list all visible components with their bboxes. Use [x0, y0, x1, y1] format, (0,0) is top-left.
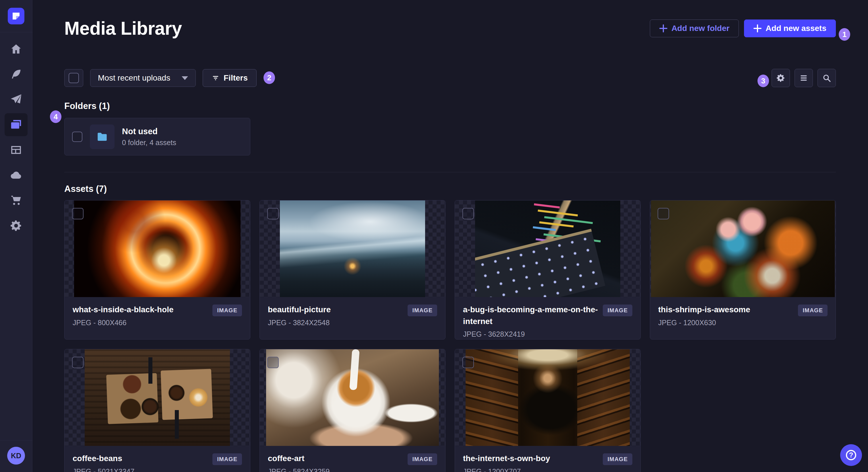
asset-name: coffee-art	[268, 453, 403, 465]
asset-name: this-shrimp-is-awesome	[658, 304, 794, 316]
asset-card[interactable]: coffee-art JPEG - 5824X3259 IMAGE	[259, 349, 445, 472]
asset-card[interactable]: the-internet-s-own-boy JPEG - 1200X707 I…	[455, 349, 641, 472]
sidebar-item-home[interactable]	[5, 38, 28, 61]
asset-meta: JPEG - 5824X3259	[268, 467, 403, 472]
view-settings-button[interactable]	[772, 69, 790, 87]
asset-thumbnail	[260, 349, 445, 446]
asset-meta: JPEG - 3824X2548	[268, 318, 403, 327]
asset-type-badge: IMAGE	[212, 453, 242, 465]
paper-plane-icon	[10, 93, 22, 106]
sidebar-footer: KD	[0, 440, 32, 472]
annotation-badge-1: 1	[839, 28, 850, 41]
asset-thumbnail	[455, 200, 640, 297]
strapi-logo-icon[interactable]	[8, 8, 24, 24]
sidebar-item-releases[interactable]	[5, 88, 28, 111]
gear-icon	[10, 220, 22, 232]
asset-info: what-s-inside-a-black-hole JPEG - 800X46…	[65, 297, 250, 334]
asset-meta: JPEG - 1200X630	[658, 318, 794, 327]
asset-checkbox[interactable]	[658, 208, 669, 220]
sidebar: KD	[0, 0, 32, 472]
media-library-icon	[10, 119, 22, 131]
asset-checkbox[interactable]	[462, 357, 474, 368]
select-all-checkbox[interactable]	[64, 69, 83, 87]
toolbar: Most recent uploads Filters	[64, 69, 836, 87]
toolbar-left: Most recent uploads Filters	[64, 69, 257, 87]
asset-checkbox[interactable]	[267, 357, 279, 368]
coffee-art-photo	[266, 349, 439, 446]
plus-icon	[753, 24, 762, 32]
sidebar-item-deploy[interactable]	[5, 164, 28, 187]
search-button[interactable]	[817, 69, 836, 87]
filters-button[interactable]: Filters	[203, 69, 257, 87]
asset-name: what-s-inside-a-black-hole	[73, 304, 208, 316]
add-new-assets-label: Add new assets	[766, 24, 826, 33]
add-new-folder-label: Add new folder	[671, 24, 730, 33]
asset-name: a-bug-is-becoming-a-meme-on-the-internet	[463, 304, 598, 327]
annotation-badge-3: 3	[757, 74, 769, 87]
asset-type-badge: IMAGE	[408, 305, 437, 316]
asset-type-badge: IMAGE	[408, 453, 437, 465]
plus-icon	[659, 24, 668, 32]
asset-type-badge: IMAGE	[603, 305, 632, 316]
sort-dropdown[interactable]: Most recent uploads	[90, 69, 196, 87]
asset-card[interactable]: coffee-beans JPEG - 5021X3347 IMAGE	[64, 349, 250, 472]
asset-info: beautiful-picture JPEG - 3824X2548 IMAGE	[260, 297, 445, 334]
feather-icon	[10, 68, 22, 80]
checkbox-icon	[69, 73, 79, 83]
asset-card[interactable]: this-shrimp-is-awesome JPEG - 1200X630 I…	[650, 200, 836, 339]
add-new-assets-button[interactable]: Add new assets	[744, 20, 836, 37]
asset-checkbox[interactable]	[267, 208, 279, 220]
filters-label: Filters	[224, 73, 248, 82]
toolbar-right	[772, 69, 836, 87]
sidebar-item-content-type-builder[interactable]	[5, 138, 28, 162]
folder-meta: 0 folder, 4 assets	[122, 138, 176, 147]
folders-section-title: Folders (1)	[64, 101, 110, 111]
folder-icon	[96, 131, 108, 143]
section-divider	[64, 172, 836, 172]
asset-info: a-bug-is-becoming-a-meme-on-the-internet…	[455, 297, 640, 339]
search-icon	[822, 73, 831, 82]
logo-container	[0, 0, 32, 32]
asset-info: the-internet-s-own-boy JPEG - 1200X707 I…	[455, 446, 640, 472]
sidebar-item-media-library[interactable]	[5, 113, 28, 136]
cart-icon	[10, 194, 22, 207]
asset-meta: JPEG - 800X466	[73, 318, 208, 327]
sidebar-item-settings[interactable]	[5, 214, 28, 237]
help-button[interactable]: ?	[840, 444, 862, 466]
folder-text: Not used 0 folder, 4 assets	[122, 127, 176, 147]
asset-thumbnail	[260, 200, 445, 297]
page-title: Media Library	[64, 18, 182, 39]
user-avatar[interactable]: KD	[7, 447, 25, 465]
folder-checkbox[interactable]	[72, 132, 82, 142]
laptop-code-photo	[475, 200, 620, 297]
add-new-folder-button[interactable]: Add new folder	[650, 20, 739, 37]
asset-thumbnail	[650, 200, 836, 297]
asset-meta: JPEG - 5021X3347	[73, 467, 208, 472]
filter-icon	[212, 74, 220, 82]
asset-type-badge: IMAGE	[798, 305, 828, 316]
annotation-badge-2: 2	[264, 71, 275, 84]
page-header: Media Library Add new folder Add new ass…	[64, 18, 836, 39]
asset-type-badge: IMAGE	[212, 305, 242, 316]
strapi-glyph-icon	[10, 10, 22, 22]
home-icon	[10, 43, 22, 55]
shrimp-photo	[651, 200, 835, 297]
asset-card[interactable]: a-bug-is-becoming-a-meme-on-the-internet…	[455, 200, 641, 339]
asset-thumbnail	[65, 200, 250, 297]
list-view-button[interactable]	[795, 69, 813, 87]
asset-card[interactable]: what-s-inside-a-black-hole JPEG - 800X46…	[64, 200, 250, 339]
cloud-icon	[10, 169, 22, 181]
asset-checkbox[interactable]	[462, 208, 474, 220]
sidebar-item-content[interactable]	[5, 63, 28, 86]
annotation-badge-4: 4	[50, 110, 61, 123]
sidebar-item-marketplace[interactable]	[5, 189, 28, 212]
asset-checkbox[interactable]	[72, 208, 84, 220]
asset-meta: JPEG - 1200X707	[463, 467, 598, 472]
folder-card[interactable]: Not used 0 folder, 4 assets	[64, 118, 250, 156]
assets-grid: what-s-inside-a-black-hole JPEG - 800X46…	[64, 200, 836, 472]
asset-card[interactable]: beautiful-picture JPEG - 3824X2548 IMAGE	[259, 200, 445, 339]
list-icon	[799, 73, 808, 82]
asset-name: beautiful-picture	[268, 304, 403, 316]
asset-checkbox[interactable]	[72, 357, 84, 368]
folder-icon-tile	[90, 125, 115, 149]
